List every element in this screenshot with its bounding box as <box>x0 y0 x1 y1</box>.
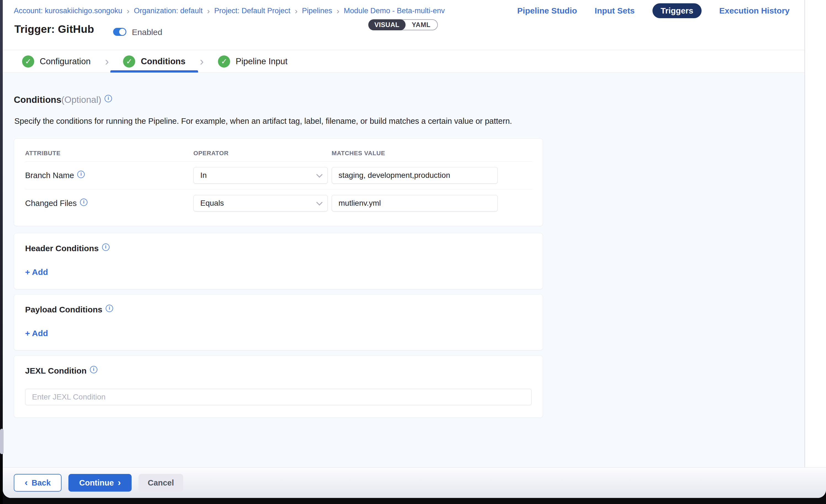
continue-button[interactable]: Continue › <box>68 474 132 492</box>
breadcrumb-separator-icon: › <box>126 7 130 15</box>
table-row: Changed Files i Equals <box>14 189 543 217</box>
operator-value: Equals <box>200 199 224 208</box>
col-operator: OPERATOR <box>193 150 332 157</box>
chevron-down-icon <box>316 172 323 178</box>
page-header: Account: kurosakiichigo.songoku › Organi… <box>3 0 826 50</box>
conditions-optional-text: (Optional) <box>61 94 101 105</box>
back-button[interactable]: ‹ Back <box>14 474 62 492</box>
attribute-branch-name: Branch Name i <box>25 171 193 180</box>
back-button-label: Back <box>32 478 51 488</box>
breadcrumb-project[interactable]: Project: Default Project <box>214 7 290 15</box>
cancel-button-label: Cancel <box>148 478 174 488</box>
breadcrumb-separator-icon: › <box>294 7 298 15</box>
card-title-text: JEXL Condition <box>25 366 86 376</box>
wizard-tabs: ✓ Configuration › ✓ Conditions › ✓ Pipel… <box>3 51 826 73</box>
info-icon[interactable]: i <box>90 366 98 373</box>
page-title: Trigger: GitHub <box>14 23 94 35</box>
add-payload-condition-button[interactable]: + Add <box>25 329 48 338</box>
conditions-heading: Conditions (Optional) i <box>14 94 805 105</box>
conditions-panel: Conditions (Optional) i Specify the cond… <box>3 73 805 467</box>
breadcrumb-pipeline-name[interactable]: Module Demo - Beta-multi-env <box>344 7 445 15</box>
right-side-panel <box>805 0 826 467</box>
tab-label: Configuration <box>40 57 91 66</box>
tab-label: Conditions <box>141 57 185 66</box>
tab-configuration[interactable]: ✓ Configuration <box>9 51 103 72</box>
operator-select[interactable]: Equals <box>193 195 328 211</box>
jexl-condition-input[interactable] <box>25 389 532 405</box>
nav-input-sets[interactable]: Input Sets <box>595 6 635 15</box>
visual-yaml-toggle: VISUAL YAML <box>368 19 438 30</box>
table-row: Branch Name i In <box>14 162 543 189</box>
chevron-right-icon: › <box>103 56 110 67</box>
attribute-changed-files: Changed Files i <box>25 199 193 208</box>
nav-pipeline-studio[interactable]: Pipeline Studio <box>517 6 577 15</box>
scroll-thumb[interactable] <box>0 429 4 454</box>
info-icon[interactable]: i <box>80 198 87 206</box>
operator-value: In <box>200 171 206 180</box>
tab-label: Pipeline Input <box>236 57 288 66</box>
card-title-text: Header Conditions <box>25 244 99 253</box>
desktop-edge-strip <box>0 0 3 504</box>
info-icon[interactable]: i <box>102 243 110 251</box>
chevron-right-icon: › <box>198 56 205 67</box>
breadcrumb-account[interactable]: Account: kurosakiichigo.songoku <box>14 7 122 15</box>
app-window: Account: kurosakiichigo.songoku › Organi… <box>3 0 826 498</box>
jexl-condition-card: JEXL Condition i <box>14 356 543 418</box>
check-circle-icon: ✓ <box>22 55 34 68</box>
cancel-button[interactable]: Cancel <box>138 474 183 492</box>
check-circle-icon: ✓ <box>218 55 230 68</box>
breadcrumb-pipelines[interactable]: Pipelines <box>302 7 333 15</box>
toggle-knob <box>119 29 125 35</box>
card-title-text: Payload Conditions <box>25 305 102 314</box>
yaml-segment[interactable]: YAML <box>405 20 437 30</box>
header-conditions-card: Header Conditions i + Add <box>14 233 543 289</box>
conditions-table-card: ATTRIBUTE OPERATOR MATCHES VALUE Branch … <box>14 138 543 226</box>
matches-value-input[interactable] <box>332 167 498 184</box>
nav-execution-history[interactable]: Execution History <box>719 6 789 15</box>
jexl-condition-title: JEXL Condition i <box>25 366 532 376</box>
wizard-footer: ‹ Back Continue › Cancel <box>3 467 826 498</box>
payload-conditions-card: Payload Conditions i + Add <box>14 294 543 351</box>
check-circle-icon: ✓ <box>123 55 135 68</box>
breadcrumb: Account: kurosakiichigo.songoku › Organi… <box>14 7 445 15</box>
conditions-heading-text: Conditions <box>14 94 61 105</box>
col-attribute: ATTRIBUTE <box>25 150 193 157</box>
enabled-toggle[interactable] <box>113 28 126 36</box>
info-icon[interactable]: i <box>77 171 85 178</box>
continue-button-label: Continue <box>79 478 114 488</box>
enabled-label: Enabled <box>132 27 162 37</box>
info-icon[interactable]: i <box>105 95 112 102</box>
operator-select[interactable]: In <box>193 167 328 184</box>
table-header-row: ATTRIBUTE OPERATOR MATCHES VALUE <box>14 139 543 161</box>
visual-segment[interactable]: VISUAL <box>368 19 406 30</box>
add-header-condition-button[interactable]: + Add <box>25 267 48 277</box>
breadcrumb-separator-icon: › <box>336 7 340 15</box>
tab-conditions[interactable]: ✓ Conditions <box>110 51 198 72</box>
active-tab-underline <box>110 70 198 72</box>
chevron-down-icon <box>316 199 323 206</box>
matches-value-input[interactable] <box>332 195 498 211</box>
col-matches-value: MATCHES VALUE <box>332 150 511 157</box>
nav-triggers[interactable]: Triggers <box>652 3 702 18</box>
attribute-label: Changed Files <box>25 199 77 208</box>
header-conditions-title: Header Conditions i <box>25 244 532 253</box>
pipeline-top-nav: Pipeline Studio Input Sets Triggers Exec… <box>517 3 789 18</box>
payload-conditions-title: Payload Conditions i <box>25 305 532 314</box>
breadcrumb-organization[interactable]: Organization: default <box>134 7 202 15</box>
breadcrumb-separator-icon: › <box>206 7 210 15</box>
info-icon[interactable]: i <box>106 305 113 312</box>
conditions-description: Specify the conditions for running the P… <box>14 117 805 126</box>
tab-pipeline-input[interactable]: ✓ Pipeline Input <box>205 51 300 72</box>
attribute-label: Branch Name <box>25 171 74 180</box>
